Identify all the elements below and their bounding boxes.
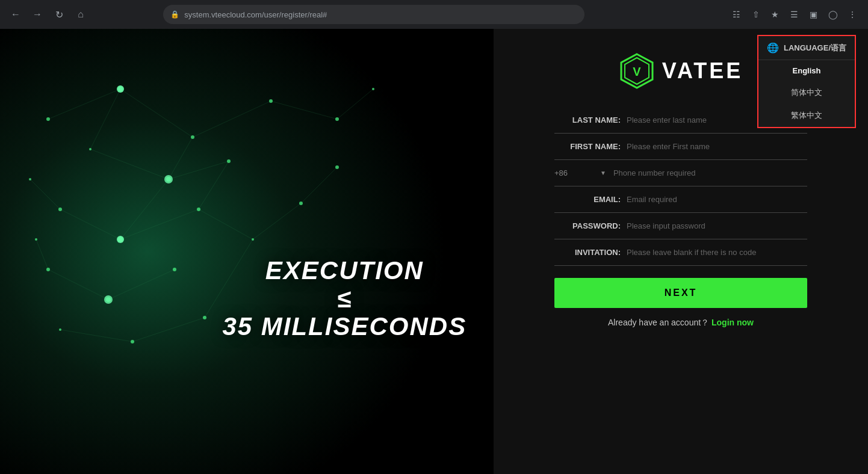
svg-point-28 (89, 148, 91, 150)
menu-button[interactable]: ⋮ (844, 6, 861, 23)
browser-chrome: ← → ↻ ⌂ 🔒 system.vteecloud.com/user/regi… (0, 0, 868, 29)
login-now-link[interactable]: Login now (711, 318, 754, 327)
particle-network (0, 29, 494, 474)
svg-point-42 (29, 178, 31, 180)
password-input[interactable] (627, 219, 807, 233)
language-dropdown[interactable]: 🌐 LANGUAGE/语言 English 简体中文 繁体中文 (757, 35, 856, 128)
tab-button[interactable]: ▣ (805, 6, 822, 23)
back-button[interactable]: ← (7, 6, 24, 23)
email-input[interactable] (627, 192, 807, 206)
lock-icon: 🔒 (170, 10, 179, 19)
password-row: PASSWORD: (554, 213, 807, 239)
video-background: EXECUTION ≤ 35 MILLISECONDS (0, 29, 494, 474)
svg-point-39 (59, 328, 61, 331)
svg-point-47 (117, 85, 124, 93)
svg-point-49 (117, 236, 124, 243)
svg-point-35 (299, 202, 303, 205)
share-button[interactable]: ⇧ (748, 6, 764, 23)
video-tagline: EXECUTION ≤ 35 MILLISECONDS (222, 257, 467, 340)
page-content: EXECUTION ≤ 35 MILLISECONDS 🌐 LANGUAGE/语… (0, 29, 868, 474)
language-header: 🌐 LANGUAGE/语言 (758, 36, 855, 60)
language-option-traditional[interactable]: 繁体中文 (758, 104, 855, 127)
left-panel: EXECUTION ≤ 35 MILLISECONDS (0, 29, 494, 474)
next-button[interactable]: NEXT (554, 278, 807, 308)
svg-point-30 (227, 159, 231, 163)
phone-dropdown-arrow: ▼ (600, 170, 606, 176)
svg-point-34 (252, 238, 254, 241)
phone-row: +86 +1 +44 +81 ▼ (554, 160, 807, 186)
language-option-simplified[interactable]: 简体中文 (758, 81, 855, 104)
svg-point-27 (269, 99, 273, 103)
svg-point-50 (104, 295, 113, 304)
svg-point-43 (35, 238, 37, 241)
svg-point-48 (164, 175, 173, 183)
svg-point-33 (197, 208, 200, 211)
phone-code-select[interactable]: +86 +1 +44 +81 (554, 168, 597, 177)
home-button[interactable]: ⌂ (72, 6, 89, 23)
profile-button[interactable]: ◯ (825, 6, 842, 23)
svg-rect-0 (0, 29, 494, 474)
svg-point-24 (46, 117, 50, 121)
last-name-label: LAST NAME: (554, 115, 621, 125)
first-name-row: FIRST NAME: (554, 134, 807, 160)
email-label: EMAIL: (554, 195, 621, 204)
language-option-english[interactable]: English (758, 60, 855, 81)
first-name-label: FIRST NAME: (554, 142, 621, 151)
refresh-button[interactable]: ↻ (51, 6, 67, 23)
chrome-actions: ☷ ⇧ ★ ☰ ▣ ◯ ⋮ (728, 6, 861, 23)
right-panel: 🌐 LANGUAGE/语言 English 简体中文 繁体中文 V VATEE (494, 29, 868, 474)
svg-point-44 (335, 117, 339, 121)
svg-point-41 (203, 316, 206, 319)
email-row: EMAIL: (554, 186, 807, 213)
svg-text:V: V (633, 65, 641, 78)
svg-point-45 (372, 88, 374, 90)
url-display: system.vteecloud.com/user/register/real# (184, 10, 327, 19)
svg-point-40 (131, 340, 134, 343)
already-have-account-text: Already have an account？ (608, 318, 709, 327)
invitation-input[interactable] (627, 245, 807, 259)
svg-point-31 (58, 208, 62, 211)
invitation-label: INVITATION: (554, 248, 621, 257)
password-label: PASSWORD: (554, 221, 621, 230)
forward-button[interactable]: → (29, 6, 46, 23)
logo-icon: V (619, 53, 655, 89)
logo-area: V VATEE (619, 53, 743, 89)
svg-point-36 (46, 268, 50, 271)
globe-icon: 🌐 (767, 42, 779, 54)
bookmark-button[interactable]: ★ (767, 6, 784, 23)
logo-text: VATEE (662, 58, 743, 84)
login-link-row: Already have an account？ Login now (608, 318, 754, 328)
address-bar[interactable]: 🔒 system.vteecloud.com/user/register/rea… (163, 5, 584, 24)
svg-point-46 (335, 165, 339, 169)
invitation-row: INVITATION: (554, 239, 807, 266)
language-options-list: English 简体中文 繁体中文 (758, 60, 855, 127)
translate-button[interactable]: ☷ (728, 6, 745, 23)
register-form: LAST NAME: FIRST NAME: +86 +1 +44 +81 ▼ (554, 107, 807, 308)
phone-input[interactable] (613, 166, 807, 180)
first-name-input[interactable] (627, 140, 807, 153)
svg-point-26 (191, 135, 194, 139)
extensions-button[interactable]: ☰ (786, 6, 803, 23)
svg-point-38 (173, 268, 176, 271)
